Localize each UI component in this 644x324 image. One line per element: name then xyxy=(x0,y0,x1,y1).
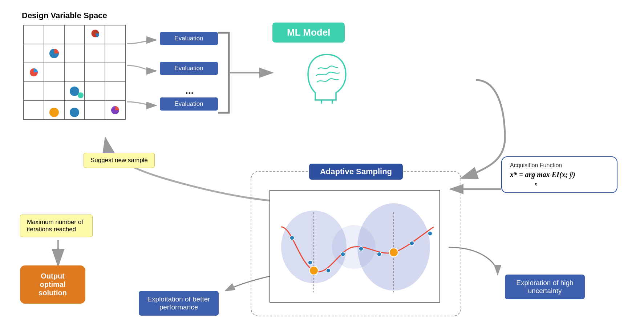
svg-point-21 xyxy=(70,108,79,117)
acquisition-function-box: Acquisition Function x* = arg max EI(x; … xyxy=(501,156,617,193)
svg-point-17 xyxy=(70,87,79,96)
exploitation-box: Exploitation of better performance xyxy=(139,291,219,316)
suggest-new-sample-box: Suggest new sample xyxy=(84,153,155,168)
svg-rect-5 xyxy=(24,25,125,120)
svg-point-35 xyxy=(410,241,414,245)
svg-point-30 xyxy=(308,260,312,265)
acquisition-function-title: Acquisition Function xyxy=(510,162,609,169)
svg-point-31 xyxy=(326,268,331,273)
evaluation-box-3: Evaluation xyxy=(160,97,218,111)
ml-model-box: ML Model xyxy=(272,23,345,43)
output-optimal-box: Output optimal solution xyxy=(20,265,85,304)
exploration-box: Exploration of high uncertainty xyxy=(505,275,585,299)
svg-point-36 xyxy=(428,231,432,236)
grid-svg xyxy=(22,23,127,121)
brain-icon xyxy=(301,47,352,107)
svg-point-18 xyxy=(78,92,84,98)
svg-point-33 xyxy=(359,247,363,251)
svg-point-32 xyxy=(341,252,345,256)
chart-svg xyxy=(270,191,440,303)
svg-point-29 xyxy=(290,236,294,240)
evaluation-box-1: Evaluation xyxy=(160,32,218,45)
evaluation-box-2: Evaluation xyxy=(160,62,218,75)
svg-point-37 xyxy=(309,266,318,275)
max-iterations-box: Maximum number of iterations reached xyxy=(20,215,93,237)
adaptive-sampling-chart xyxy=(270,190,440,303)
svg-point-20 xyxy=(49,108,59,117)
svg-point-34 xyxy=(377,252,381,256)
section-design-variable-space: Design Variable Space xyxy=(22,11,127,121)
adaptive-sampling-outer: Adaptive Sampling xyxy=(251,171,461,316)
acquisition-function-formula: x* = arg max EI(x; ŷ) x xyxy=(510,171,609,187)
design-variable-grid xyxy=(22,23,127,121)
adaptive-sampling-title-box: Adaptive Sampling xyxy=(309,164,403,180)
svg-point-38 xyxy=(389,248,398,257)
page-title: Design Variable Space xyxy=(22,11,127,20)
